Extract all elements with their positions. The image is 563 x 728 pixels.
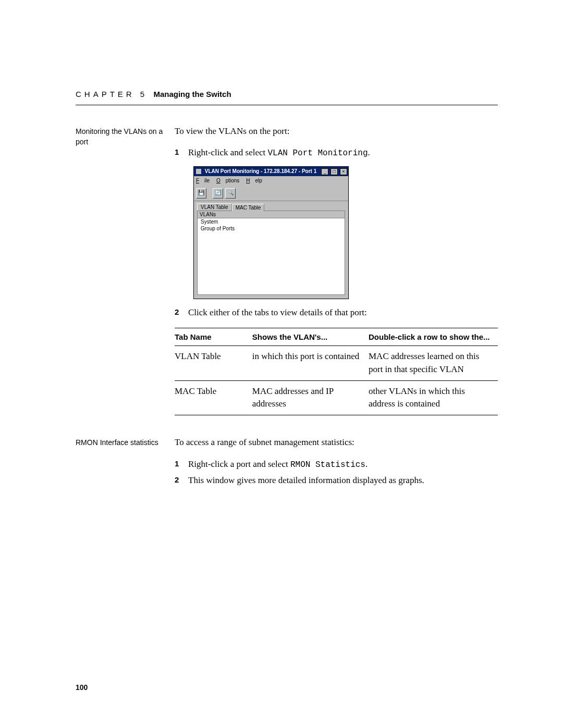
- close-button[interactable]: ×: [340, 168, 347, 175]
- cell: MAC Table: [175, 380, 252, 415]
- page-number: 100: [76, 682, 88, 693]
- cell: in which this port is contained: [252, 346, 369, 380]
- step-2: 2 This window gives more detailed inform…: [175, 474, 498, 487]
- window-title: VLAN Port Monitoring - 172.28.184.27 - P…: [205, 168, 317, 174]
- header-rule: [76, 105, 498, 105]
- tab-body: VLANs System Group of Ports: [197, 211, 345, 295]
- th-double-click: Double-click a row to show the...: [369, 328, 498, 346]
- menu-bar: File Options Help: [194, 176, 348, 186]
- table-row: VLAN Table in which this port is contain…: [175, 346, 498, 380]
- step-1: 1 Right-click and select VLAN Port Monit…: [175, 146, 498, 159]
- th-shows: Shows the VLAN's...: [252, 328, 369, 346]
- th-tab-name: Tab Name: [175, 328, 252, 346]
- vlan-port-monitoring-window: VLAN Port Monitoring - 172.28.184.27 - P…: [193, 166, 349, 300]
- sidebar-heading-rmon: RMON Interface statistics: [76, 436, 175, 448]
- menu-help[interactable]: Help: [246, 178, 262, 183]
- app-icon: [196, 169, 201, 174]
- cell: MAC addresses learned on this port in th…: [369, 346, 498, 380]
- step-2-text: Click either of the tabs to view details…: [188, 307, 367, 317]
- refresh-icon[interactable]: 🔄: [213, 188, 223, 199]
- chapter-label: CHAPTER 5: [76, 90, 148, 98]
- column-header: VLANs: [198, 211, 345, 218]
- toolbar: 💾 🔄 🔍: [194, 186, 348, 201]
- tab-vlan-table[interactable]: VLAN Table: [197, 203, 232, 211]
- cell: VLAN Table: [175, 346, 252, 380]
- list-item[interactable]: System: [198, 218, 345, 225]
- menu-options[interactable]: Options: [216, 178, 239, 183]
- step-2-text: This window gives more detailed informat…: [188, 475, 424, 485]
- menu-item-name: RMON Statistics: [290, 460, 365, 470]
- search-icon[interactable]: 🔍: [225, 188, 236, 199]
- minimize-button[interactable]: _: [321, 168, 328, 175]
- cell: other VLANs in which this address is con…: [369, 380, 498, 415]
- sidebar-heading-vlan: Monitoring the VLANs on a port: [76, 125, 175, 147]
- menu-item-name: VLAN Port Monitoring: [267, 149, 368, 158]
- step-2: 2 Click either of the tabs to view detai…: [175, 306, 498, 319]
- maximize-button[interactable]: □: [331, 168, 338, 175]
- chapter-title: Managing the Switch: [153, 90, 231, 98]
- window-titlebar: VLAN Port Monitoring - 172.28.184.27 - P…: [194, 167, 348, 177]
- save-icon[interactable]: 💾: [196, 188, 206, 199]
- cell: MAC addresses and IP addresses: [252, 380, 369, 415]
- tab-mac-table[interactable]: MAC Table: [232, 204, 265, 211]
- page-header: CHAPTER 5 Managing the Switch: [76, 89, 498, 101]
- step-1-text: Right-click and select VLAN Port Monitor…: [188, 147, 370, 157]
- intro-text: To access a range of subnet management s…: [175, 436, 498, 449]
- intro-text: To view the VLANs on the port:: [175, 125, 498, 138]
- step-1: 1 Right-click a port and select RMON Sta…: [175, 458, 498, 471]
- list-item[interactable]: Group of Ports: [198, 225, 345, 232]
- menu-file[interactable]: File: [196, 178, 210, 183]
- step-1-text: Right-click a port and select RMON Stati…: [188, 459, 368, 469]
- tab-strip: VLAN TableMAC Table: [194, 201, 348, 212]
- tab-details-table: Tab Name Shows the VLAN's... Double-clic…: [175, 328, 498, 415]
- table-row: MAC Table MAC addresses and IP addresses…: [175, 380, 498, 415]
